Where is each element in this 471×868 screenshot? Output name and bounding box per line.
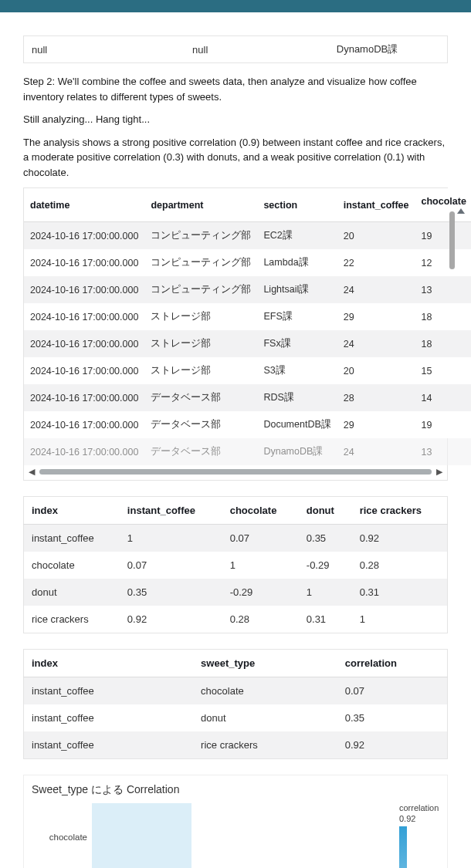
- cell: 0.07: [120, 552, 222, 579]
- cell: chocolate: [24, 552, 120, 579]
- col[interactable]: index: [24, 497, 120, 525]
- table-row[interactable]: 2024-10-16 17:00:00.000コンピューティング部Lambda課…: [24, 249, 471, 276]
- heatmap-grid: [92, 803, 391, 868]
- cell: ストレージ部: [144, 357, 257, 384]
- cell: 24: [337, 438, 415, 465]
- table-row[interactable]: 2024-10-16 17:00:00.000データベース部RDS課2814: [24, 384, 471, 411]
- table-row[interactable]: instant_coffeechocolate0.07: [24, 677, 448, 705]
- legend-label: correlation: [399, 803, 439, 812]
- app-topbar: [0, 0, 471, 12]
- col-datetime[interactable]: datetime: [24, 188, 144, 222]
- cell: 0.31: [352, 579, 448, 606]
- col[interactable]: donut: [299, 497, 352, 525]
- cell: 1: [299, 579, 352, 606]
- horizontal-scrollbar[interactable]: [39, 469, 432, 475]
- cell: 24: [337, 276, 415, 303]
- cell: ストレージ部: [144, 330, 257, 357]
- cell: 1: [120, 525, 222, 552]
- col[interactable]: correlation: [337, 650, 448, 677]
- cell: コンピューティング部: [144, 222, 257, 250]
- cell: 0.35: [120, 579, 222, 606]
- col-department[interactable]: department: [144, 188, 257, 222]
- cell: FSx課: [257, 330, 337, 357]
- table-row[interactable]: instant_coffeerice crackers0.92: [24, 731, 448, 759]
- table-row[interactable]: 2024-10-16 17:00:00.000コンピューティング部EC2課201…: [24, 222, 471, 250]
- cell: 19: [415, 411, 472, 438]
- cell: 0.35: [337, 704, 448, 731]
- cell: 18: [415, 303, 472, 330]
- vertical-scrollbar[interactable]: [449, 211, 455, 269]
- horizontal-scroll-track: ◀ ▶: [24, 465, 447, 480]
- table-row[interactable]: 2024-10-16 17:00:00.000ストレージ部FSx課2418: [24, 330, 471, 357]
- table-row[interactable]: chocolate0.071-0.290.28: [24, 552, 448, 579]
- cell: 12: [415, 249, 472, 276]
- inventory-table: datetime department section instant_coff…: [24, 188, 471, 465]
- cell: 18: [415, 330, 472, 357]
- cell: 2024-10-16 17:00:00.000: [24, 222, 144, 250]
- table-row[interactable]: 2024-10-16 17:00:00.000データベース部DynamoDB課2…: [24, 438, 471, 465]
- cell: 2024-10-16 17:00:00.000: [24, 411, 144, 438]
- scroll-right-icon[interactable]: ▶: [436, 467, 442, 477]
- cell: Lambda課: [257, 249, 337, 276]
- col-instant-coffee[interactable]: instant_coffee: [337, 188, 415, 222]
- col[interactable]: chocolate: [222, 497, 299, 525]
- cell: コンピューティング部: [144, 276, 257, 303]
- table-row[interactable]: 2024-10-16 17:00:00.000データベース部DocumentDB…: [24, 411, 471, 438]
- table-row[interactable]: donut0.35-0.2910.31: [24, 579, 448, 606]
- cell: instant_coffee: [24, 704, 194, 731]
- col[interactable]: sweet_type: [193, 650, 337, 677]
- cell: 2024-10-16 17:00:00.000: [24, 357, 144, 384]
- col[interactable]: instant_coffee: [120, 497, 222, 525]
- correlation-list-table: index sweet_type correlation instant_cof…: [23, 649, 448, 759]
- cell: donut: [193, 704, 337, 731]
- cell: 13: [415, 276, 472, 303]
- cell: 20: [337, 222, 415, 250]
- preview-row-table: null null DynamoDB課: [23, 35, 448, 63]
- table-row[interactable]: rice crackers0.920.280.311: [24, 606, 448, 633]
- col-chocolate[interactable]: chocolate: [415, 188, 472, 222]
- col-section[interactable]: section: [257, 188, 337, 222]
- cell: 15: [415, 357, 472, 384]
- col[interactable]: index: [24, 650, 194, 677]
- legend-gradient: [399, 826, 407, 868]
- cell: 0.31: [299, 606, 352, 633]
- cell: 0.07: [222, 525, 299, 552]
- cell: 2024-10-16 17:00:00.000: [24, 438, 144, 465]
- cell: 0.92: [352, 525, 448, 552]
- cell: DocumentDB課: [257, 411, 337, 438]
- cell: 19: [415, 222, 472, 250]
- cell: 14: [415, 384, 472, 411]
- cell: instant_coffee: [24, 525, 120, 552]
- correlation-heatmap: Sweet_type による Correlation chocolate don…: [23, 775, 448, 868]
- result-text: The analysis shows a strong positive cor…: [23, 135, 448, 181]
- scroll-left-icon[interactable]: ◀: [29, 467, 35, 477]
- cell: 13: [415, 438, 472, 465]
- cell: EFS課: [257, 303, 337, 330]
- cell: DynamoDB課: [257, 438, 337, 465]
- heatmap-cell: [292, 803, 391, 868]
- status-text: Still analyzing... Hang tight...: [23, 112, 448, 127]
- cell: EC2課: [257, 222, 337, 250]
- cell: 2024-10-16 17:00:00.000: [24, 330, 144, 357]
- table-row[interactable]: instant_coffeedonut0.35: [24, 704, 448, 731]
- col[interactable]: rice crackers: [352, 497, 448, 525]
- inventory-table-container: datetime department section instant_coff…: [23, 187, 448, 481]
- cell: 29: [337, 411, 415, 438]
- col-label: chocolate: [422, 196, 466, 207]
- chart-title: Sweet_type による Correlation: [32, 783, 439, 797]
- cell: 0.92: [120, 606, 222, 633]
- cell: 2024-10-16 17:00:00.000: [24, 384, 144, 411]
- table-row[interactable]: 2024-10-16 17:00:00.000ストレージ部S3課2015: [24, 357, 471, 384]
- cell: RDS課: [257, 384, 337, 411]
- sort-asc-icon[interactable]: [457, 208, 465, 214]
- cell: 2024-10-16 17:00:00.000: [24, 276, 144, 303]
- table-row[interactable]: 2024-10-16 17:00:00.000ストレージ部EFS課2918: [24, 303, 471, 330]
- cell: null: [185, 36, 329, 63]
- cell: rice crackers: [24, 606, 120, 633]
- table-row: null null DynamoDB課: [24, 36, 448, 63]
- table-row[interactable]: instant_coffee10.070.350.92: [24, 525, 448, 552]
- cell: 29: [337, 303, 415, 330]
- table-row[interactable]: 2024-10-16 17:00:00.000コンピューティング部Lightsa…: [24, 276, 471, 303]
- cell: 1: [352, 606, 448, 633]
- page-content: null null DynamoDB課 Step 2: We'll combin…: [0, 12, 471, 868]
